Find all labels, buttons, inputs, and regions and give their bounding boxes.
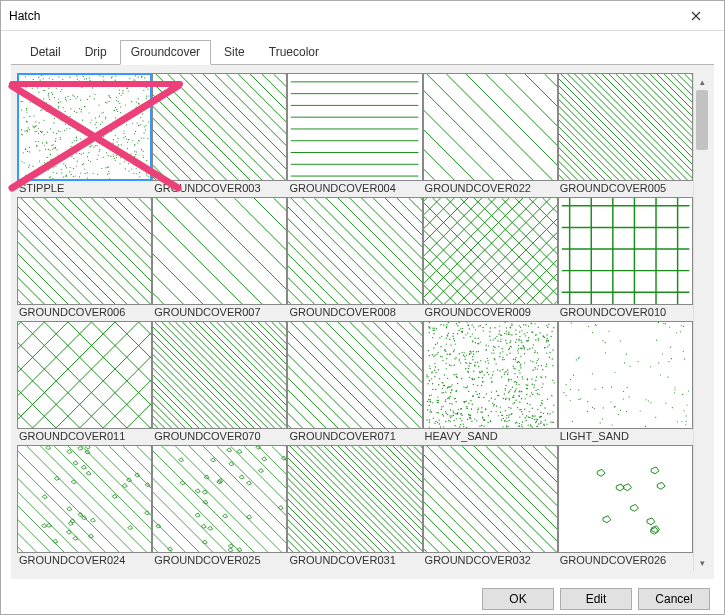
pattern-card[interactable]: STIPPLE <box>17 73 152 197</box>
svg-point-905 <box>439 337 440 338</box>
svg-point-550 <box>508 392 509 393</box>
svg-point-1084 <box>481 407 482 408</box>
tab-detail[interactable]: Detail <box>19 40 72 65</box>
close-button[interactable] <box>676 2 716 30</box>
svg-point-249 <box>54 148 55 149</box>
edit-button[interactable]: Edit <box>560 588 632 610</box>
svg-point-951 <box>468 414 469 415</box>
tab-groundcover[interactable]: Groundcover <box>120 40 211 65</box>
svg-point-781 <box>499 370 500 371</box>
svg-point-717 <box>493 352 494 353</box>
pattern-card[interactable]: HEAVY_SAND <box>423 321 558 445</box>
svg-point-597 <box>540 402 541 403</box>
svg-point-10 <box>146 173 147 174</box>
pattern-caption: GROUNDCOVER011 <box>17 429 152 445</box>
svg-point-965 <box>459 362 460 363</box>
pattern-card[interactable]: GROUNDCOVER024 <box>17 445 152 569</box>
svg-point-817 <box>476 394 477 395</box>
scroll-up-arrow[interactable]: ▴ <box>694 73 710 90</box>
svg-point-45 <box>58 76 59 77</box>
svg-point-114 <box>117 111 118 112</box>
svg-point-365 <box>29 147 30 148</box>
svg-point-267 <box>88 160 89 161</box>
svg-point-139 <box>95 145 96 146</box>
svg-point-1197 <box>464 401 465 402</box>
pattern-card[interactable]: GROUNDCOVER031 <box>287 445 422 569</box>
svg-point-563 <box>432 389 433 390</box>
pattern-card[interactable]: GROUNDCOVER003 <box>152 73 287 197</box>
svg-point-176 <box>77 130 78 131</box>
svg-point-826 <box>445 391 446 392</box>
svg-point-19 <box>120 112 121 113</box>
vertical-scrollbar[interactable]: ▴ ▾ <box>693 73 710 571</box>
svg-point-1137 <box>474 418 475 419</box>
svg-point-431 <box>34 131 35 132</box>
svg-point-386 <box>25 175 26 176</box>
svg-point-437 <box>139 176 140 177</box>
pattern-card[interactable]: GROUNDCOVER032 <box>423 445 558 569</box>
svg-point-788 <box>470 363 471 364</box>
svg-point-668 <box>426 401 427 402</box>
svg-point-215 <box>122 90 123 91</box>
pattern-card[interactable]: GROUNDCOVER009 <box>423 197 558 321</box>
svg-point-989 <box>533 384 534 385</box>
svg-point-1188 <box>537 419 538 420</box>
svg-point-980 <box>465 401 466 402</box>
pattern-card[interactable]: LIGHT_SAND <box>558 321 693 445</box>
svg-point-726 <box>506 374 507 375</box>
svg-point-1124 <box>502 351 503 352</box>
pattern-card[interactable]: GROUNDCOVER005 <box>558 73 693 197</box>
pattern-card[interactable]: GROUNDCOVER070 <box>152 321 287 445</box>
scroll-thumb[interactable] <box>696 90 708 150</box>
svg-point-242 <box>140 117 141 118</box>
svg-point-320 <box>72 126 73 127</box>
svg-point-244 <box>50 176 51 177</box>
svg-point-938 <box>453 365 454 366</box>
svg-point-984 <box>518 362 519 363</box>
tab-drip[interactable]: Drip <box>74 40 118 65</box>
svg-point-927 <box>514 359 515 360</box>
svg-point-1102 <box>507 426 508 427</box>
pattern-card[interactable]: GROUNDCOVER007 <box>152 197 287 321</box>
svg-point-928 <box>441 406 442 407</box>
svg-point-878 <box>448 420 449 421</box>
svg-point-693 <box>453 374 454 375</box>
pattern-card[interactable]: GROUNDCOVER011 <box>17 321 152 445</box>
svg-point-412 <box>119 93 120 94</box>
pattern-card[interactable]: GROUNDCOVER026 <box>558 445 693 569</box>
svg-point-32 <box>35 84 36 85</box>
pattern-card[interactable]: GROUNDCOVER022 <box>423 73 558 197</box>
cancel-button[interactable]: Cancel <box>638 588 710 610</box>
pattern-card[interactable]: GROUNDCOVER004 <box>287 73 422 197</box>
svg-point-941 <box>479 341 480 342</box>
svg-point-859 <box>470 418 471 419</box>
svg-point-574 <box>472 356 473 357</box>
ok-button[interactable]: OK <box>482 588 554 610</box>
svg-point-820 <box>449 339 450 340</box>
svg-point-1047 <box>485 344 486 345</box>
svg-point-9 <box>46 102 47 103</box>
svg-point-659 <box>470 351 471 352</box>
svg-point-564 <box>504 322 505 323</box>
scroll-down-arrow[interactable]: ▾ <box>694 554 710 571</box>
svg-point-1135 <box>445 351 446 352</box>
svg-point-402 <box>102 76 103 77</box>
pattern-card[interactable]: GROUNDCOVER025 <box>152 445 287 569</box>
tab-truecolor[interactable]: Truecolor <box>258 40 330 65</box>
svg-point-507 <box>510 407 511 408</box>
svg-point-997 <box>470 352 471 353</box>
svg-point-1276 <box>674 386 675 387</box>
svg-point-397 <box>81 154 82 155</box>
pattern-card[interactable]: GROUNDCOVER071 <box>287 321 422 445</box>
svg-point-906 <box>499 352 500 353</box>
svg-point-36 <box>64 130 65 131</box>
svg-point-638 <box>552 365 553 366</box>
pattern-card[interactable]: GROUNDCOVER010 <box>558 197 693 321</box>
svg-point-543 <box>430 394 431 395</box>
svg-point-1020 <box>517 350 518 351</box>
pattern-card[interactable]: GROUNDCOVER006 <box>17 197 152 321</box>
svg-point-58 <box>35 141 36 142</box>
svg-point-1043 <box>481 370 482 371</box>
pattern-card[interactable]: GROUNDCOVER008 <box>287 197 422 321</box>
tab-site[interactable]: Site <box>213 40 256 65</box>
